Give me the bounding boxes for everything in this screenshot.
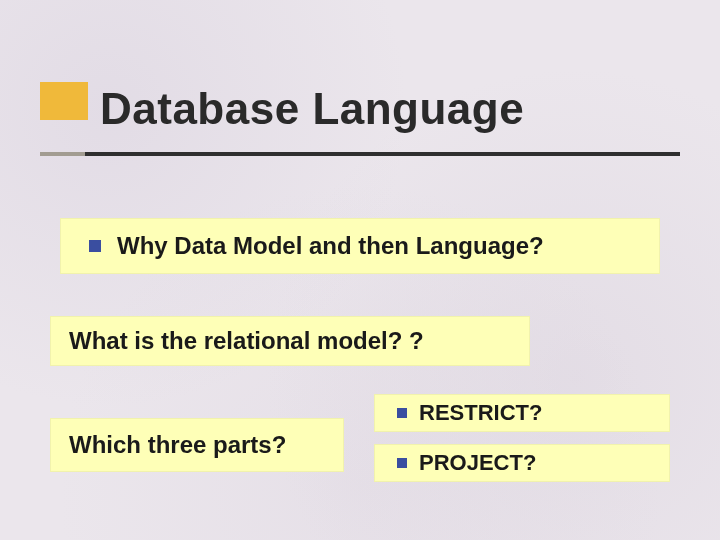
plain-row: What is the relational model? ?	[51, 317, 529, 365]
title-underline	[40, 152, 680, 156]
highlight-box-q5: PROJECT?	[374, 444, 670, 482]
bullet-row: Why Data Model and then Language?	[61, 219, 659, 273]
title-accent-block	[40, 82, 88, 120]
square-bullet-icon	[397, 458, 407, 468]
question-text: What is the relational model? ?	[69, 327, 424, 355]
highlight-box-q3: Which three parts?	[50, 418, 344, 472]
question-text: Why Data Model and then Language?	[117, 232, 544, 260]
square-bullet-icon	[397, 408, 407, 418]
plain-row: Which three parts?	[51, 419, 343, 471]
highlight-box-q4: RESTRICT?	[374, 394, 670, 432]
slide: Database Language Why Data Model and the…	[0, 0, 720, 540]
slide-title: Database Language	[100, 84, 524, 134]
question-text: Which three parts?	[69, 431, 286, 459]
highlight-box-q2: What is the relational model? ?	[50, 316, 530, 366]
highlight-box-q1: Why Data Model and then Language?	[60, 218, 660, 274]
question-text: RESTRICT?	[419, 400, 542, 426]
bullet-row: PROJECT?	[375, 445, 669, 481]
bullet-row: RESTRICT?	[375, 395, 669, 431]
square-bullet-icon	[89, 240, 101, 252]
question-text: PROJECT?	[419, 450, 536, 476]
